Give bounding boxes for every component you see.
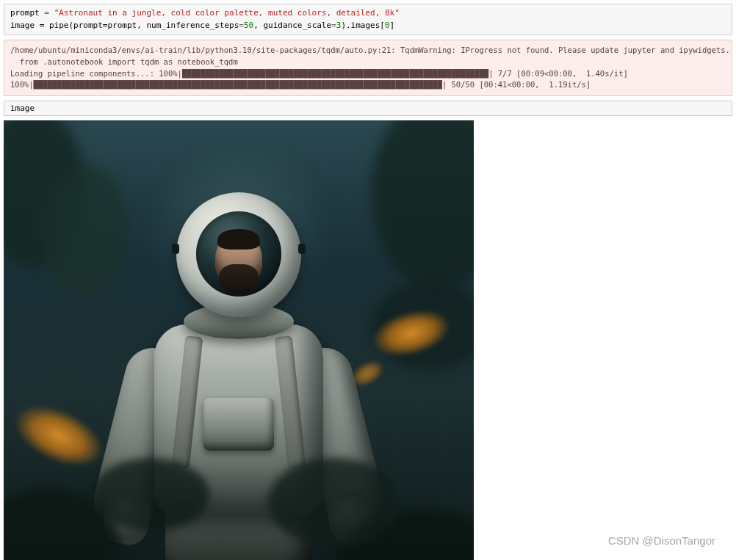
foliage-shape (371, 120, 474, 289)
progress-stats: | 7/7 [00:09<00:00, 1.40s/it] (488, 69, 628, 78)
code-input-cell: prompt = "Astronaut in a jungle, cold co… (4, 4, 732, 35)
foliage-shape (268, 458, 400, 546)
code-var: prompt (10, 8, 40, 18)
stderr-output-cell: /home/ubuntu/miniconda3/envs/ai-train/li… (4, 40, 732, 96)
progress-label: Loading pipeline components...: 100%| (10, 69, 182, 78)
astronaut-hair (217, 229, 260, 250)
astronaut-beard (219, 264, 259, 294)
helmet-ear (172, 244, 179, 254)
astronaut-chestpack (203, 398, 274, 451)
warning-line: from .autonotebook import tqdm as notebo… (10, 57, 238, 66)
helmet-visor (196, 211, 281, 297)
image-variable-cell: image (4, 101, 732, 116)
progress-stats: | 50/50 [00:41<00:00, 1.19it/s] (442, 80, 591, 89)
watermark-text: CSDN @DisonTangor (608, 534, 715, 547)
foliage-shape (92, 458, 209, 531)
helmet-ear (298, 244, 306, 254)
generated-image-output (4, 120, 474, 560)
progress-bar: ████████████████████████████████████████… (182, 69, 488, 78)
progress-bar: ████████████████████████████████████████… (34, 80, 442, 89)
astronaut-helmet (176, 192, 301, 317)
warning-line: /home/ubuntu/miniconda3/envs/ai-train/li… (10, 46, 732, 54)
orange-fern (4, 393, 112, 479)
code-string: "Astronaut in a jungle, cold color palet… (54, 8, 400, 18)
astronaut-face (215, 233, 262, 291)
progress-label: 100%| (10, 80, 34, 89)
